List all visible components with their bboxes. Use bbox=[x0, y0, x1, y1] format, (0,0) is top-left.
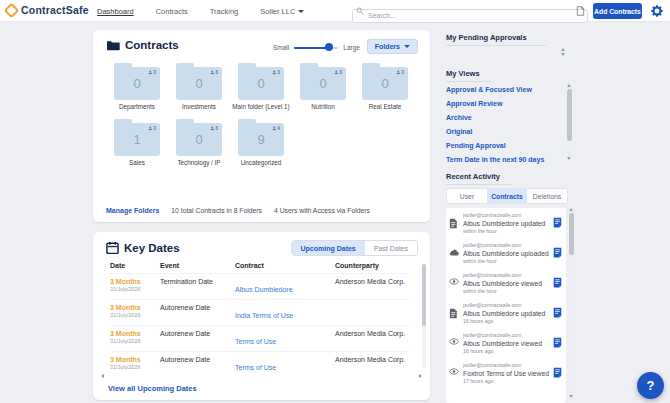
activity-user-email: jsoller@contractsafe.com bbox=[463, 302, 550, 308]
open-contract-icon[interactable] bbox=[553, 217, 562, 228]
contract-link[interactable]: India Terms of Use bbox=[235, 312, 293, 319]
folder-user-count: 3 bbox=[153, 70, 156, 75]
folder-name: Departments bbox=[106, 103, 168, 111]
table-header-row: Date Event Contract Counterparty bbox=[110, 262, 410, 273]
view-link-original[interactable]: Original bbox=[446, 125, 544, 139]
row-event: Autorenew Date bbox=[160, 330, 235, 337]
scroll-up-arrow-icon[interactable] bbox=[567, 84, 571, 87]
folder-uncategorized[interactable]: 49 Uncategorized bbox=[230, 118, 292, 167]
activity-time: within the hour bbox=[463, 258, 550, 264]
folder-name: Nutrition bbox=[292, 103, 354, 111]
activity-scrollbar[interactable] bbox=[568, 208, 574, 398]
folder-name: Uncategorized bbox=[230, 159, 292, 167]
contract-link[interactable]: Albus Dumbledore bbox=[235, 286, 293, 293]
scroll-down-arrow-icon[interactable] bbox=[561, 53, 565, 56]
view-link-pending-approval[interactable]: Pending Approval bbox=[446, 139, 544, 153]
activity-time: 17 hours ago bbox=[463, 378, 550, 384]
scrollbar-thumb[interactable] bbox=[569, 213, 574, 255]
chevron-down-icon bbox=[404, 45, 410, 48]
tab-upcoming-dates[interactable]: Upcoming Dates bbox=[292, 241, 365, 255]
scrollbar-thumb[interactable] bbox=[567, 89, 572, 141]
activity-item[interactable]: jsoller@contractsafe.com Albus Dumbledor… bbox=[446, 238, 566, 268]
nav-item-org-menu[interactable]: Soller LLC bbox=[260, 7, 304, 16]
activity-item[interactable]: jsoller@contractsafe.com Albus Dumbledor… bbox=[446, 208, 566, 238]
users-icon bbox=[334, 70, 339, 75]
activity-time: 16 hours ago bbox=[463, 348, 550, 354]
add-contracts-button[interactable]: Add Contracts bbox=[593, 3, 642, 19]
view-link-term-date-90-days[interactable]: Term Date in the next 90 days bbox=[446, 153, 544, 167]
row-event: Autorenew Date bbox=[160, 356, 235, 363]
view-link-approval-review[interactable]: Approval Review bbox=[446, 97, 544, 111]
folders-dropdown-label: Folders bbox=[375, 43, 400, 50]
row-period: 3 Months bbox=[110, 278, 160, 285]
nav-item-contracts[interactable]: Contracts bbox=[156, 7, 188, 16]
tab-past-dates[interactable]: Past Dates bbox=[365, 241, 417, 255]
activity-item[interactable]: jsoller@contractsafe.com Albus Dumbledor… bbox=[446, 328, 566, 358]
document-search-icon[interactable] bbox=[576, 6, 585, 16]
folder-main-folder-level-1[interactable]: 30 Main folder (Level 1) bbox=[230, 62, 292, 111]
row-date: 31/July/2026 bbox=[110, 364, 160, 370]
scroll-down-arrow-icon[interactable] bbox=[569, 395, 573, 398]
folder-sales[interactable]: 31 Sales bbox=[106, 118, 168, 167]
folders-dropdown-button[interactable]: Folders bbox=[367, 39, 418, 54]
my-views-list: Approval & Focused View Approval Review … bbox=[446, 83, 544, 167]
document-icon bbox=[449, 218, 458, 229]
tab-user[interactable]: User bbox=[447, 189, 487, 203]
folder-user-count: 3 bbox=[401, 70, 404, 75]
scroll-up-arrow-icon[interactable] bbox=[561, 48, 565, 51]
row-period: 3 Months bbox=[110, 330, 160, 337]
settings-gear-icon[interactable] bbox=[650, 4, 664, 18]
help-button[interactable]: ? bbox=[637, 372, 664, 399]
my-views-scrollbar[interactable] bbox=[566, 84, 572, 160]
folder-real-estate[interactable]: 30 Real Estate bbox=[354, 62, 416, 111]
contracts-panel-title: Contracts bbox=[125, 39, 179, 51]
activity-item[interactable]: jsoller@contractsafe.com Albus Dumbledor… bbox=[446, 268, 566, 298]
scroll-right-arrow-icon[interactable] bbox=[419, 374, 422, 378]
activity-text: Albus Dumbledore updated bbox=[463, 220, 550, 227]
view-link-approval-focused[interactable]: Approval & Focused View bbox=[446, 83, 544, 97]
folder-user-count: 4 bbox=[277, 126, 280, 131]
activity-item[interactable]: jsoller@contractsafe.com Albus Dumbledor… bbox=[446, 298, 566, 328]
search-icon bbox=[356, 7, 364, 15]
folder-investments[interactable]: 30 Investments bbox=[168, 62, 230, 111]
contract-link[interactable]: Terms of Use bbox=[235, 338, 276, 345]
nav-item-tracking[interactable]: Tracking bbox=[210, 7, 238, 16]
tab-contracts[interactable]: Contracts bbox=[487, 189, 527, 203]
table-row: 3 Months31/July/2026 Termination Date Al… bbox=[110, 273, 410, 299]
key-dates-panel: Key Dates Upcoming Dates Past Dates Date… bbox=[93, 232, 430, 400]
view-link-archive[interactable]: Archive bbox=[446, 111, 544, 125]
contract-link[interactable]: Terms of Use bbox=[235, 364, 276, 371]
pending-approvals-scrollbar[interactable] bbox=[561, 48, 565, 56]
tab-deletions[interactable]: Deletions bbox=[527, 189, 567, 203]
open-contract-icon[interactable] bbox=[553, 307, 562, 318]
folder-departments[interactable]: 30 Departments bbox=[106, 62, 168, 111]
view-all-upcoming-dates-link[interactable]: View all Upcoming Dates bbox=[108, 384, 197, 393]
search-input[interactable] bbox=[352, 9, 588, 23]
users-icon bbox=[148, 70, 153, 75]
folder-technology-ip[interactable]: 30 Technology / IP bbox=[168, 118, 230, 167]
folder-nutrition[interactable]: 30 Nutrition bbox=[292, 62, 354, 111]
folder-user-count: 3 bbox=[153, 126, 156, 131]
activity-item[interactable]: jsoller@contractsafe.com Foxtrot Terms o… bbox=[446, 358, 566, 388]
manage-folders-link[interactable]: Manage Folders bbox=[106, 207, 159, 214]
open-contract-icon[interactable] bbox=[553, 277, 562, 288]
folder-user-count: 3 bbox=[277, 70, 280, 75]
folder-name: Real Estate bbox=[354, 103, 416, 111]
scroll-left-arrow-icon[interactable] bbox=[101, 374, 104, 378]
folder-size-control: Small Large bbox=[273, 43, 360, 51]
table-horizontal-scrollbar[interactable] bbox=[101, 373, 422, 379]
folder-size-slider[interactable] bbox=[294, 43, 338, 51]
activity-text: Albus Dumbledore uploaded bbox=[463, 250, 550, 257]
nav-item-dashboard[interactable]: Dashboard bbox=[97, 7, 134, 16]
scroll-up-arrow-icon[interactable] bbox=[569, 208, 573, 211]
open-contract-icon[interactable] bbox=[553, 337, 562, 348]
contractsafe-logo-icon bbox=[4, 2, 20, 18]
users-access-stat: 4 Users with Access via Folders bbox=[274, 207, 370, 214]
table-vertical-scrollbar[interactable] bbox=[422, 264, 426, 369]
scroll-down-arrow-icon[interactable] bbox=[567, 157, 571, 160]
recent-activity-title: Recent Activity bbox=[446, 172, 512, 185]
slider-knob[interactable] bbox=[325, 43, 333, 51]
scrollbar-thumb[interactable] bbox=[422, 264, 426, 326]
open-contract-icon[interactable] bbox=[553, 247, 562, 258]
open-contract-icon[interactable] bbox=[553, 367, 562, 378]
